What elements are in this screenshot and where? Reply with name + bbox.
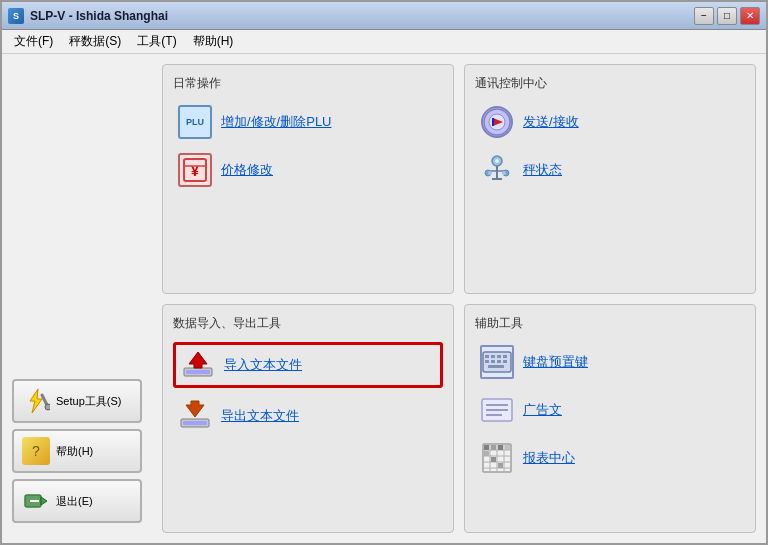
comm-center-panel: 通讯控制中心 <box>464 64 756 294</box>
menubar: 文件(F) 秤数据(S) 工具(T) 帮助(H) <box>2 30 766 54</box>
app-icon: S <box>8 8 24 24</box>
svg-point-21 <box>502 171 506 175</box>
scale-status-button[interactable]: 秤状态 <box>475 150 745 190</box>
price-icon: ¥ <box>177 152 213 188</box>
svg-rect-53 <box>498 445 503 450</box>
sidebar: Setup工具(S) ? 帮助(H) 退出(E) <box>12 64 152 533</box>
daily-ops-panel: 日常操作 PLU 增加/修改/删除PLU <box>162 64 454 294</box>
keyboard-label: 键盘预置键 <box>523 353 588 371</box>
sendrecv-label: 发送/接收 <box>523 113 579 131</box>
keyboard-button[interactable]: 键盘预置键 <box>475 342 745 382</box>
svg-rect-23 <box>186 370 210 374</box>
price-button[interactable]: ¥ 价格修改 <box>173 150 443 190</box>
setup-button[interactable]: Setup工具(S) <box>12 379 142 423</box>
exit-button[interactable]: 退出(E) <box>12 479 142 523</box>
titlebar-left: S SLP-V - Ishida Shanghai <box>8 8 168 24</box>
scale-status-icon <box>479 152 515 188</box>
bottom-panels-row: 数据导入、导出工具 <box>162 304 756 534</box>
svg-rect-37 <box>503 360 507 363</box>
svg-rect-34 <box>485 360 489 363</box>
menu-file[interactable]: 文件(F) <box>6 31 61 52</box>
window-controls: − □ ✕ <box>694 7 760 25</box>
adtext-button[interactable]: 广告文 <box>475 390 745 430</box>
keyboard-icon <box>479 344 515 380</box>
setup-label: Setup工具(S) <box>56 394 121 409</box>
svg-rect-36 <box>497 360 501 363</box>
export-icon <box>177 398 213 434</box>
maximize-button[interactable]: □ <box>717 7 737 25</box>
svg-rect-31 <box>491 355 495 358</box>
scale-status-label: 秤状态 <box>523 161 562 179</box>
import-icon <box>180 347 216 383</box>
import-button[interactable]: 导入文本文件 <box>173 342 443 388</box>
data-tools-title: 数据导入、导出工具 <box>173 315 443 332</box>
help-icon: ? <box>22 437 50 465</box>
content-area: Setup工具(S) ? 帮助(H) 退出(E) <box>2 54 766 543</box>
menu-tools[interactable]: 工具(T) <box>129 31 184 52</box>
daily-ops-title: 日常操作 <box>173 75 443 92</box>
report-button[interactable]: 报表中心 <box>475 438 745 478</box>
svg-rect-27 <box>183 421 207 425</box>
export-button[interactable]: 导出文本文件 <box>173 396 443 436</box>
sendrecv-button[interactable]: 发送/接收 <box>475 102 745 142</box>
plu-icon: PLU <box>177 104 213 140</box>
svg-rect-54 <box>505 445 510 450</box>
svg-rect-56 <box>491 457 496 462</box>
svg-rect-12 <box>492 118 494 126</box>
svg-point-14 <box>495 159 499 163</box>
aux-tools-panel: 辅助工具 <box>464 304 756 534</box>
top-panels-row: 日常操作 PLU 增加/修改/删除PLU <box>162 64 756 294</box>
comm-center-items: 发送/接收 <box>475 102 745 283</box>
svg-rect-33 <box>503 355 507 358</box>
window-title: SLP-V - Ishida Shanghai <box>30 9 168 23</box>
daily-ops-items: PLU 增加/修改/删除PLU ¥ <box>173 102 443 283</box>
svg-marker-0 <box>30 389 42 413</box>
export-label: 导出文本文件 <box>221 407 299 425</box>
import-label: 导入文本文件 <box>224 356 302 374</box>
svg-rect-57 <box>498 463 503 468</box>
svg-rect-32 <box>497 355 501 358</box>
setup-icon <box>22 387 50 415</box>
svg-rect-55 <box>484 451 489 456</box>
menu-scale[interactable]: 秤数据(S) <box>61 31 129 52</box>
help-label: 帮助(H) <box>56 444 93 459</box>
main-panels: 日常操作 PLU 增加/修改/删除PLU <box>162 64 756 533</box>
svg-marker-24 <box>189 352 207 368</box>
price-label: 价格修改 <box>221 161 273 179</box>
close-button[interactable]: ✕ <box>740 7 760 25</box>
help-button[interactable]: ? 帮助(H) <box>12 429 142 473</box>
aux-tools-items: 键盘预置键 <box>475 342 745 523</box>
sendrecv-icon <box>479 104 515 140</box>
plu-label: 增加/修改/删除PLU <box>221 113 332 131</box>
svg-rect-51 <box>484 445 489 450</box>
report-label: 报表中心 <box>523 449 575 467</box>
adtext-icon <box>479 392 515 428</box>
titlebar: S SLP-V - Ishida Shanghai − □ ✕ <box>2 2 766 30</box>
svg-rect-38 <box>488 365 504 368</box>
exit-icon <box>22 487 50 515</box>
svg-rect-30 <box>485 355 489 358</box>
exit-label: 退出(E) <box>56 494 93 509</box>
svg-point-20 <box>488 171 492 175</box>
svg-rect-52 <box>491 445 496 450</box>
comm-center-title: 通讯控制中心 <box>475 75 745 92</box>
data-tools-panel: 数据导入、导出工具 <box>162 304 454 534</box>
plu-button[interactable]: PLU 增加/修改/删除PLU <box>173 102 443 142</box>
menu-help[interactable]: 帮助(H) <box>185 31 242 52</box>
minimize-button[interactable]: − <box>694 7 714 25</box>
main-window: S SLP-V - Ishida Shanghai − □ ✕ 文件(F) 秤数… <box>0 0 768 545</box>
aux-tools-title: 辅助工具 <box>475 315 745 332</box>
svg-marker-28 <box>186 401 204 417</box>
report-icon <box>479 440 515 476</box>
adtext-label: 广告文 <box>523 401 562 419</box>
svg-point-2 <box>45 404 50 410</box>
svg-rect-35 <box>491 360 495 363</box>
svg-marker-4 <box>41 497 47 505</box>
data-tools-items: 导入文本文件 导出文本文件 <box>173 342 443 523</box>
